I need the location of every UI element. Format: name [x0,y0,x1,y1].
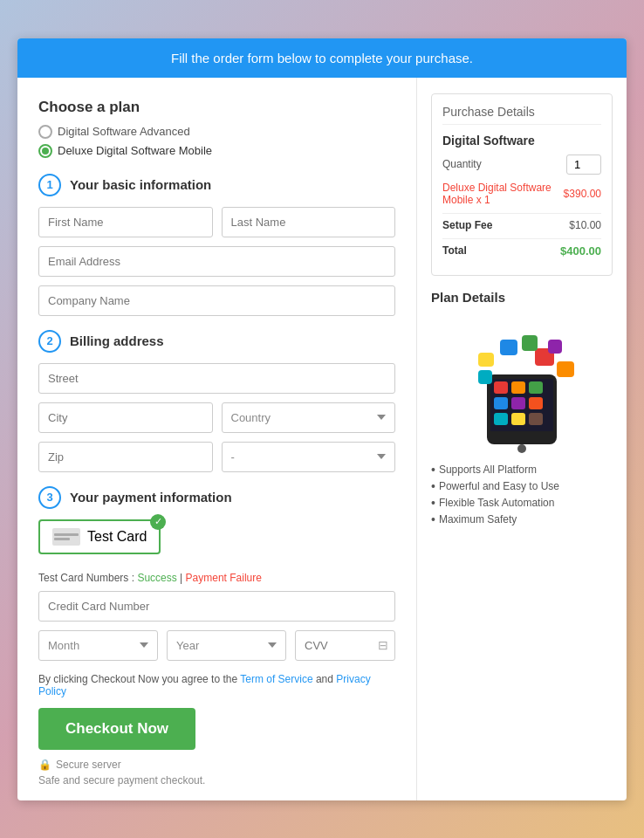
svg-rect-2 [494,381,508,394]
purchase-details-box: Purchase Details Digital Software Quanti… [431,93,613,276]
setup-fee-value: $10.00 [569,219,601,231]
product-line-price: $390.00 [564,188,601,200]
city-country-row: Country [38,402,395,433]
svg-rect-4 [529,381,543,394]
step1-title: Your basic information [70,177,211,192]
step2-title: Billing address [70,333,164,348]
card-icon-lines [54,533,79,540]
card-icon-line1 [54,533,79,536]
month-year-cvv-row: Month Year ⊟ [38,630,395,661]
divider2 [442,238,601,239]
total-row: Total $400.00 [442,244,601,258]
name-row [38,207,395,237]
step2-heading: 2 Billing address [38,330,395,353]
svg-rect-3 [511,381,525,394]
svg-rect-14 [522,335,538,351]
feature-2-text: Powerful and Easy to Use [439,480,559,492]
company-row [38,285,395,316]
first-name-input[interactable] [38,207,213,237]
phone-illustration [452,313,592,453]
terms-link[interactable]: Term of Service [240,673,312,685]
year-select[interactable]: Year [167,630,286,661]
cc-row [38,591,395,622]
failure-link[interactable]: Payment Failure [186,572,262,584]
pd-product: Digital Software [442,134,601,148]
step1-heading: 1 Your basic information [38,174,395,196]
setup-fee-row: Setup Fee $10.00 [442,219,601,231]
plan-features: Supports All Platform Powerful and Easy … [431,464,613,525]
plan-options: Digital Software Advanced Deluxe Digital… [38,125,395,158]
product-line-row: Deluxe Digital Software Mobile x 1 $390.… [442,182,601,206]
quantity-row: Quantity [442,155,601,175]
cc-input[interactable] [38,591,395,622]
radio-advanced [38,125,52,139]
top-banner: Fill the order form below to complete yo… [17,38,627,78]
secure-label: Secure server [56,759,121,771]
setup-fee-label: Setup Fee [442,219,492,231]
checkout-button[interactable]: Checkout Now [38,708,195,750]
step3-heading: 3 Your payment information [38,486,395,509]
secure-server: 🔒 Secure server [38,759,395,771]
terms-and: and [316,673,336,685]
card-option-wrapper: Test Card ✓ [38,519,395,563]
plan-option-1[interactable]: Digital Software Advanced [38,125,395,139]
total-value: $400.00 [560,244,601,258]
country-select[interactable]: Country [222,402,396,433]
choose-plan-title: Choose a plan [38,99,395,116]
state-select[interactable]: - [222,442,396,472]
feature-4-text: Maximum Safety [439,513,517,525]
street-input[interactable] [38,363,395,394]
email-row [38,246,395,277]
test-card-numbers: Test Card Numbers : Success | Payment Fa… [38,572,395,584]
test-card-prefix: Test Card Numbers : [38,572,137,584]
feature-1: Supports All Platform [431,464,613,476]
city-input[interactable] [38,402,213,433]
zip-input[interactable] [38,442,213,472]
plan-details-title: Plan Details [431,290,613,305]
feature-2: Powerful and Easy to Use [431,480,613,492]
plan-option-2-label: Deluxe Digital Software Mobile [58,144,212,157]
step1-circle: 1 [38,174,61,196]
company-input[interactable] [38,285,395,316]
total-label: Total [442,244,467,257]
divider1 [442,213,601,214]
svg-rect-17 [548,340,562,354]
svg-rect-8 [494,413,508,425]
month-select[interactable]: Month [38,630,158,661]
last-name-input[interactable] [222,207,396,237]
svg-rect-9 [511,413,525,425]
feature-3: Flexible Task Automation [431,497,613,509]
pd-title: Purchase Details [442,105,601,125]
cvv-icon: ⊟ [378,638,388,652]
cvv-wrapper: ⊟ [295,630,395,661]
step3-circle: 3 [38,486,61,509]
email-input[interactable] [38,246,395,277]
svg-rect-6 [511,397,525,409]
feature-3-text: Flexible Task Automation [439,497,555,509]
success-link[interactable]: Success [137,572,176,584]
left-column: Choose a plan Digital Software Advanced … [17,78,417,800]
plan-option-1-label: Digital Software Advanced [58,125,190,138]
right-column: Purchase Details Digital Software Quanti… [417,78,627,800]
quantity-input[interactable] [566,155,601,175]
test-card-label: Test Card [87,529,147,545]
street-row [38,363,395,394]
svg-rect-15 [500,340,517,355]
step3-title: Your payment information [70,490,232,505]
zip-state-row: - [38,442,395,472]
main-content: Choose a plan Digital Software Advanced … [17,78,627,800]
main-container: Fill the order form below to complete yo… [17,38,627,800]
svg-rect-7 [529,397,543,409]
step2-circle: 2 [38,330,61,353]
phone-visual [431,313,613,453]
card-icon-line2 [54,538,70,540]
svg-rect-13 [557,361,574,377]
banner-text: Fill the order form below to complete yo… [171,51,473,65]
plan-option-2[interactable]: Deluxe Digital Software Mobile [38,144,395,158]
checkout-terms: By clicking Checkout Now you agree to th… [38,673,395,697]
svg-rect-16 [478,353,494,367]
svg-rect-10 [529,413,543,425]
svg-point-11 [517,444,526,453]
terms-prefix: By clicking Checkout Now you agree to th… [38,673,240,685]
test-card-option[interactable]: Test Card ✓ [38,519,161,554]
